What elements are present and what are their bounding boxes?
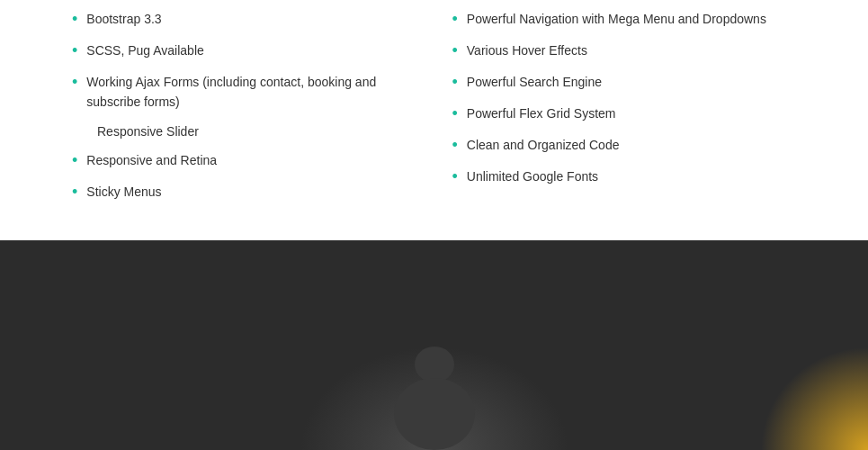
list-item: • Unlimited Google Fonts	[452, 166, 797, 189]
list-item: • Various Hover Effects	[452, 40, 797, 63]
item-text: Working Ajax Forms (including contact, b…	[86, 72, 416, 112]
bullet-icon: •	[72, 39, 77, 63]
page-wrapper: • Bootstrap 3.3 • SCSS, Pug Available • …	[0, 0, 868, 450]
list-item: • Bootstrap 3.3	[72, 9, 416, 32]
item-text: Powerful Search Engine	[467, 72, 602, 92]
bullet-icon: •	[72, 70, 77, 94]
item-text: Responsive and Retina	[86, 150, 217, 170]
person-silhouette	[380, 346, 488, 450]
bullet-icon: •	[452, 39, 458, 63]
right-feature-list: • Powerful Navigation with Mega Menu and…	[452, 9, 797, 189]
bullet-icon: •	[72, 148, 77, 173]
svg-point-2	[394, 378, 475, 450]
item-text: Bootstrap 3.3	[86, 9, 161, 29]
bullet-icon: •	[72, 180, 77, 204]
item-text: Various Hover Effects	[467, 40, 587, 60]
bullet-icon: •	[452, 165, 458, 189]
left-column: • Bootstrap 3.3 • SCSS, Pug Available • …	[72, 9, 416, 213]
list-item: • Responsive and Retina	[72, 150, 416, 173]
item-text: Powerful Flex Grid System	[467, 104, 616, 123]
list-item: • Clean and Organized Code	[452, 135, 797, 158]
item-text: Powerful Navigation with Mega Menu and D…	[467, 9, 766, 29]
list-item: • Powerful Navigation with Mega Menu and…	[452, 9, 797, 32]
item-text: Clean and Organized Code	[467, 135, 620, 155]
item-text: SCSS, Pug Available	[86, 40, 204, 60]
list-item: • Powerful Flex Grid System	[452, 104, 797, 126]
item-text: Sticky Menus	[86, 182, 161, 202]
bullet-icon: •	[72, 7, 77, 32]
list-item: • SCSS, Pug Available	[72, 40, 416, 63]
content-section: • Bootstrap 3.3 • SCSS, Pug Available • …	[0, 0, 868, 240]
dark-hero-section	[0, 240, 868, 450]
svg-point-0	[415, 346, 454, 382]
right-column: • Powerful Navigation with Mega Menu and…	[452, 9, 797, 213]
item-text: Unlimited Google Fonts	[467, 166, 598, 186]
left-feature-list: • Bootstrap 3.3 • SCSS, Pug Available • …	[72, 9, 416, 204]
list-item: • Working Ajax Forms (including contact,…	[72, 72, 416, 112]
item-text: Responsive Slider	[97, 122, 199, 141]
bullet-icon: •	[452, 70, 458, 94]
list-item: • Sticky Menus	[72, 182, 416, 204]
bullet-icon: •	[452, 133, 458, 158]
bullet-icon: •	[452, 102, 458, 126]
two-column-layout: • Bootstrap 3.3 • SCSS, Pug Available • …	[72, 9, 796, 213]
bullet-icon: •	[452, 7, 458, 32]
amber-glow-decoration	[760, 346, 868, 450]
list-item: • Powerful Search Engine	[452, 72, 797, 94]
list-item: Responsive Slider	[72, 122, 416, 141]
